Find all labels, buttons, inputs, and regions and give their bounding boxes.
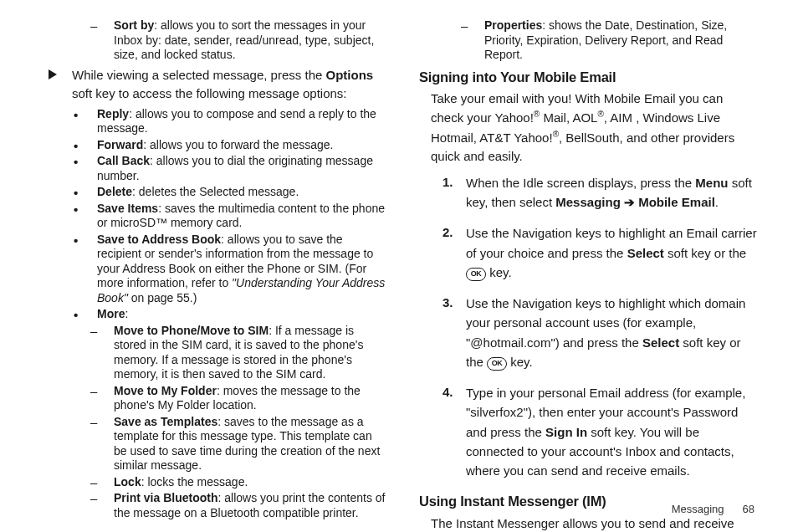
properties-item: – Properties: shows the Date, Destinatio… xyxy=(461,18,758,63)
list-item: –Print via Bluetooth: allows you print t… xyxy=(90,491,387,520)
sign-intro: Take your email with you! With Mobile Em… xyxy=(431,90,758,166)
list-item: •Call Back: allows you to dial the origi… xyxy=(74,154,387,183)
list-item: •Delete: deletes the Selected message. xyxy=(74,185,387,200)
ok-key-icon: OK xyxy=(466,268,486,281)
footer-section: Messaging xyxy=(672,503,724,515)
triangle-icon xyxy=(49,66,72,85)
dash-icon: – xyxy=(90,416,114,428)
step-item: 2. Use the Navigation keys to highlight … xyxy=(442,223,758,282)
dash-icon: – xyxy=(90,385,114,397)
steps-list: 1. When the Idle screen displays, press … xyxy=(442,173,758,481)
list-item: •Save Items: saves the multimedia conten… xyxy=(74,202,387,231)
left-column: – Sort by: allows you to sort the messag… xyxy=(49,18,387,487)
registered-icon: ® xyxy=(553,130,559,139)
more-list: –Move to Phone/Move to SIM: If a message… xyxy=(90,324,387,521)
page-footer: Messaging68 xyxy=(672,502,755,517)
right-column: – Properties: shows the Date, Destinatio… xyxy=(419,18,758,487)
bullet-icon: • xyxy=(74,203,97,216)
dash-icon: – xyxy=(90,476,114,489)
bullet-icon: • xyxy=(74,234,97,247)
viewing-text: While viewing a selected message, press … xyxy=(72,66,387,104)
step-item: 3. Use the Navigation keys to highlight … xyxy=(442,294,758,371)
bullet-icon: • xyxy=(74,109,97,121)
bullet-icon: • xyxy=(74,140,97,152)
list-item: –Lock: locks the message. xyxy=(90,475,387,490)
footer-page: 68 xyxy=(743,503,755,515)
ok-key-icon: OK xyxy=(487,357,507,371)
page-columns: – Sort by: allows you to sort the messag… xyxy=(0,0,798,495)
sortby-item: – Sort by: allows you to sort the messag… xyxy=(90,18,387,63)
step-item: 1. When the Idle screen displays, press … xyxy=(442,173,758,212)
registered-icon: ® xyxy=(597,110,603,119)
im-body: The Instant Messenger allows you to send… xyxy=(431,514,758,532)
list-item: –Move to Phone/Move to SIM: If a message… xyxy=(90,324,387,382)
list-item: •Reply: allows you to compose and send a… xyxy=(74,107,387,136)
viewing-instruction: While viewing a selected message, press … xyxy=(49,66,387,104)
options-list: •Reply: allows you to compose and send a… xyxy=(74,107,387,322)
bullet-icon: • xyxy=(74,309,97,321)
dash-icon: – xyxy=(90,19,114,32)
list-item: •Save to Address Book: allows you to sav… xyxy=(74,233,387,306)
dash-icon: – xyxy=(461,19,484,32)
bullet-icon: • xyxy=(74,156,97,168)
step-item: 4. Type in your personal Email address (… xyxy=(442,383,758,480)
list-item: –Save as Templates: saves to the message… xyxy=(90,415,387,473)
list-item: •More: xyxy=(74,307,387,322)
list-item: •Forward: allows you to forward the mess… xyxy=(74,138,387,153)
dash-icon: – xyxy=(90,492,114,504)
bullet-icon: • xyxy=(74,187,97,199)
dash-icon: – xyxy=(90,325,114,337)
sortby-label: Sort by xyxy=(114,18,154,32)
list-item: –Move to My Folder: moves the message to… xyxy=(90,384,387,413)
heading-signing: Signing into Your Mobile Email xyxy=(419,68,758,86)
sortby-text: Sort by: allows you to sort the messages… xyxy=(114,18,387,63)
